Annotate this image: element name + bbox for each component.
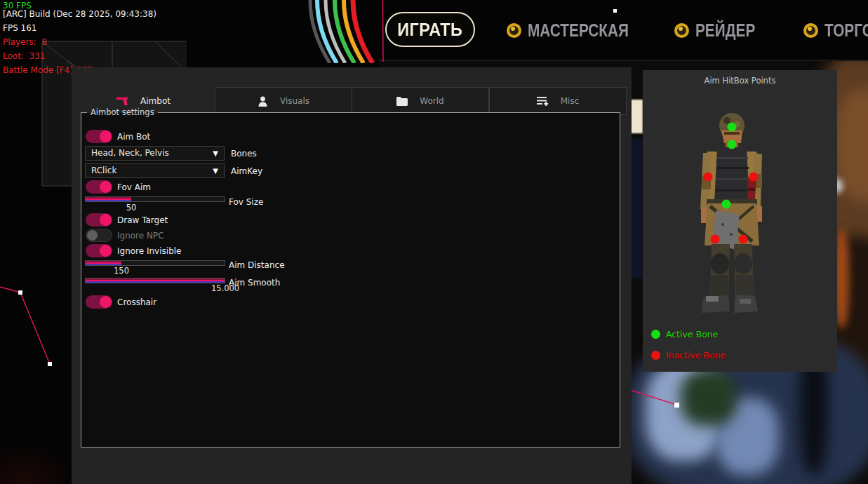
aim-smooth-slider[interactable] bbox=[85, 278, 225, 283]
aim-distance-value: 150 bbox=[107, 266, 135, 276]
fov-aim-toggle[interactable] bbox=[86, 180, 112, 194]
hitbox-point-left-thigh[interactable] bbox=[711, 235, 720, 244]
menu-item-label: ТОРГО bbox=[824, 20, 868, 41]
aimkey-dropdown-value: RClick bbox=[91, 166, 116, 175]
hitbox-point-right-thigh[interactable] bbox=[739, 235, 748, 244]
aim-distance-label: Aim Distance bbox=[229, 260, 285, 270]
aimbot-settings-group: Aimbot settings Aim Bot Head, Neck, Pelv… bbox=[81, 112, 620, 448]
play-button-label: ИГРАТЬ bbox=[397, 19, 462, 41]
legend-active-bone: Active Bone bbox=[651, 329, 718, 340]
inactive-bone-label: Inactive Bone bbox=[666, 350, 726, 361]
playlist-add-icon bbox=[537, 96, 549, 106]
fps-counter: FPS 161 bbox=[3, 21, 283, 35]
aimkey-label: AimKey bbox=[231, 166, 262, 176]
ignore-invisible-label: Ignore Invisible bbox=[117, 246, 181, 256]
active-bone-label: Active Bone bbox=[666, 329, 718, 340]
fov-size-fill bbox=[86, 197, 131, 201]
cheat-menu-panel: Aimbot Visuals World Misc bbox=[72, 67, 632, 484]
tab-label: World bbox=[420, 96, 443, 106]
loot-counter: Loot: 331 bbox=[3, 49, 283, 63]
menu-item-label: РЕЙДЕР bbox=[695, 20, 755, 41]
group-title: Aimbot settings bbox=[87, 107, 158, 118]
tab-misc[interactable]: Misc bbox=[489, 87, 627, 115]
coin-icon bbox=[507, 23, 521, 38]
hitbox-dots bbox=[643, 70, 837, 372]
fov-size-slider[interactable] bbox=[85, 196, 225, 202]
aim-bot-label: Aim Bot bbox=[117, 132, 150, 142]
bones-dropdown-value: Head, Neck, Pelvis bbox=[91, 148, 169, 158]
coin-icon bbox=[674, 23, 689, 38]
crosshair-label: Crosshair bbox=[117, 297, 156, 307]
inactive-bone-dot bbox=[651, 351, 660, 360]
rainbow-banner-art bbox=[300, 0, 392, 63]
aimkey-dropdown[interactable]: RClick ▼ bbox=[85, 163, 225, 178]
hitbox-point-head[interactable] bbox=[728, 123, 737, 132]
fov-size-value: 50 bbox=[117, 203, 145, 213]
hitbox-point-pelvis[interactable] bbox=[722, 200, 731, 209]
ignore-npc-label: Ignore NPC bbox=[117, 231, 164, 241]
screen: 30 FPS [ARC] Build (Dec 28 2025, 09:43:3… bbox=[0, 0, 868, 484]
fov-aim-label: Fov Aim bbox=[117, 182, 151, 192]
hitbox-point-right-shoulder[interactable] bbox=[749, 173, 759, 182]
menu-item-workshop[interactable]: МАСТЕРСКАЯ bbox=[507, 20, 654, 41]
tab-world[interactable]: World bbox=[352, 87, 489, 115]
corner-glow bbox=[0, 442, 77, 484]
active-bone-dot bbox=[651, 330, 660, 339]
bones-label: Bones bbox=[231, 149, 257, 159]
tab-visuals[interactable]: Visuals bbox=[215, 87, 352, 115]
aim-distance-slider[interactable] bbox=[85, 260, 225, 266]
aim-smooth-value: 15.000 bbox=[204, 283, 246, 293]
menu-item-trade[interactable]: ТОРГО bbox=[803, 20, 868, 41]
draw-target-label: Draw Target bbox=[117, 215, 168, 225]
players-counter: Players: 8 bbox=[3, 35, 283, 49]
aim-smooth-fill bbox=[86, 278, 225, 283]
hitbox-panel: Aim HitBox Points bbox=[643, 70, 837, 372]
menu-item-raider[interactable]: РЕЙДЕР bbox=[674, 20, 770, 41]
tab-label: Misc bbox=[561, 96, 580, 106]
hitbox-point-neck[interactable] bbox=[728, 140, 737, 149]
fov-size-label: Fov Size bbox=[229, 197, 263, 207]
tab-label: Aimbot bbox=[140, 96, 171, 106]
menu-item-label: МАСТЕРСКАЯ bbox=[528, 20, 629, 41]
folder-icon bbox=[396, 97, 408, 106]
chevron-down-icon: ▼ bbox=[213, 147, 218, 160]
coin-icon bbox=[803, 23, 818, 38]
bones-dropdown[interactable]: Head, Neck, Pelvis ▼ bbox=[85, 146, 225, 161]
ignore-npc-toggle[interactable] bbox=[86, 229, 112, 242]
aim-bot-toggle[interactable] bbox=[86, 130, 112, 143]
hitbox-point-left-shoulder[interactable] bbox=[704, 173, 713, 182]
pistol-icon bbox=[116, 96, 128, 107]
ignore-invisible-toggle[interactable] bbox=[86, 244, 112, 257]
aim-distance-fill bbox=[86, 261, 121, 265]
chevron-down-icon: ▼ bbox=[213, 164, 218, 177]
build-info: [ARC] Build (Dec 28 2025, 09:43:38) bbox=[3, 7, 283, 21]
legend-inactive-bone: Inactive Bone bbox=[651, 350, 726, 361]
draw-target-toggle[interactable] bbox=[86, 213, 112, 227]
play-button[interactable]: ИГРАТЬ bbox=[385, 12, 475, 47]
crosshair-toggle[interactable] bbox=[86, 295, 112, 309]
person-icon bbox=[258, 96, 268, 107]
tab-label: Visuals bbox=[280, 96, 309, 106]
